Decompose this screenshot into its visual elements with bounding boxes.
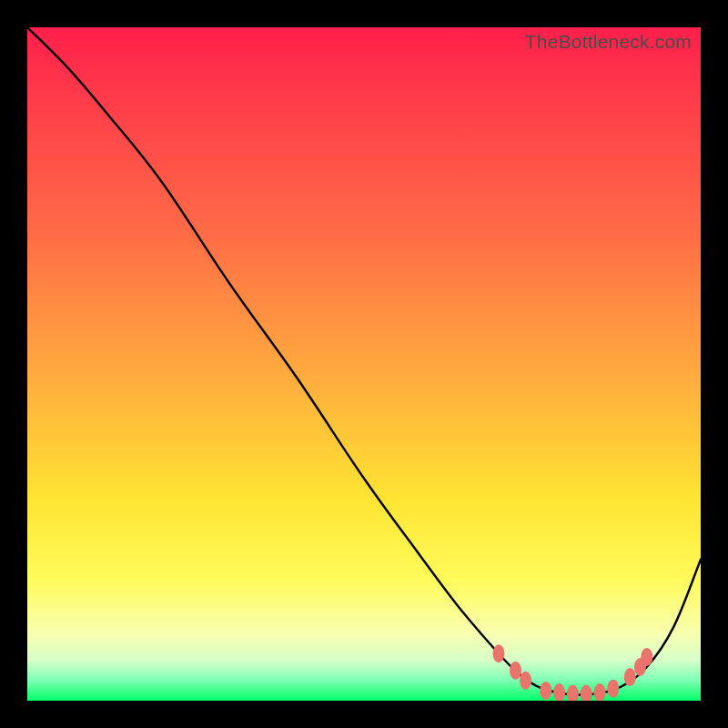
highlighted-points [493,644,653,701]
marker-dot [567,685,579,701]
marker-dot [607,680,619,698]
marker-dot [520,672,531,690]
marker-dot [581,685,592,701]
bottleneck-curve [27,27,701,695]
plot-area: TheBottleneck.com [27,27,701,701]
chart-frame: TheBottleneck.com [0,0,728,728]
marker-dot [510,662,521,680]
curve-layer [27,27,701,701]
marker-dot [540,682,551,700]
marker-dot [553,683,565,701]
marker-dot [493,644,505,662]
marker-dot [624,668,636,686]
marker-dot [641,648,652,666]
marker-dot [594,683,606,701]
